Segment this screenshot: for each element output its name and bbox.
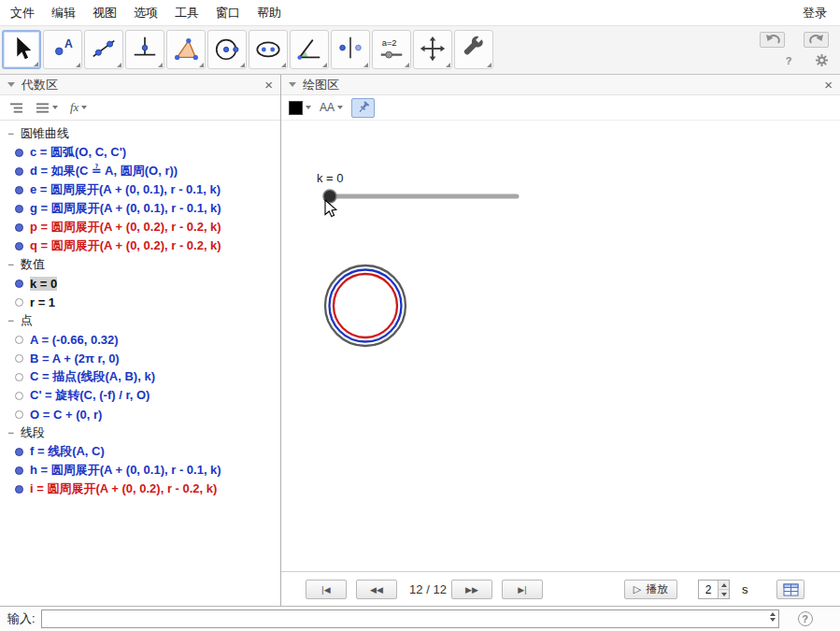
algebra-item[interactable]: O = C + (0, r): [0, 405, 280, 423]
visibility-dot[interactable]: [15, 298, 23, 307]
tool-move-view-button[interactable]: [413, 30, 452, 69]
visibility-dot[interactable]: [15, 410, 23, 419]
collapse-icon[interactable]: −: [7, 127, 15, 140]
menu-help[interactable]: 帮助: [249, 1, 290, 25]
algebra-item[interactable]: r = 1: [0, 293, 280, 311]
command-input[interactable]: [41, 609, 779, 628]
algebra-item[interactable]: A = (-0.66, 0.32): [0, 330, 280, 349]
settings-gear-icon[interactable]: [815, 53, 829, 67]
algebra-item[interactable]: q = 圆周展开(A + (0, 0.2), r - 0.2, k): [0, 237, 280, 255]
visibility-dot[interactable]: [15, 392, 23, 400]
spinner-up-button[interactable]: [719, 581, 729, 590]
tool-dropdown-icon[interactable]: [363, 63, 368, 67]
undo-button[interactable]: [760, 32, 785, 48]
panel-menu-triangle-icon[interactable]: [289, 82, 296, 87]
menu-view[interactable]: 视图: [84, 1, 125, 25]
tool-polygon-button[interactable]: [166, 30, 206, 69]
sort-objects-button[interactable]: [6, 99, 27, 117]
construction-protocol-button[interactable]: [776, 580, 804, 599]
algebra-item[interactable]: k = 0: [0, 274, 280, 293]
algebra-item[interactable]: p = 圆周展开(A + (0, 0.2), r - 0.2, k): [0, 218, 280, 237]
tool-slider-button[interactable]: a=2: [372, 30, 411, 69]
collapse-icon[interactable]: −: [7, 426, 15, 439]
text-style-button[interactable]: AA: [320, 101, 343, 114]
tool-dropdown-icon[interactable]: [117, 63, 121, 67]
input-help-button[interactable]: ?: [798, 611, 813, 626]
tool-dropdown-icon[interactable]: [405, 63, 409, 67]
collapse-icon[interactable]: −: [7, 314, 15, 327]
play-button[interactable]: ▷ 播放: [624, 580, 677, 599]
visibility-dot[interactable]: [15, 186, 23, 194]
tool-dropdown-icon[interactable]: [158, 63, 163, 67]
input-history-arrows[interactable]: [770, 612, 776, 622]
tool-dropdown-icon[interactable]: [199, 63, 204, 67]
algebra-group-segments[interactable]: −线段: [0, 423, 280, 442]
tool-dropdown-icon[interactable]: [34, 62, 38, 66]
help-icon[interactable]: ?: [781, 55, 796, 66]
tool-dropdown-icon[interactable]: [240, 63, 245, 67]
algebra-item[interactable]: h = 圆周展开(A + (0, 0.1), r - 0.1, k): [0, 461, 280, 480]
graphics-close-button[interactable]: ×: [824, 78, 833, 92]
algebra-close-button[interactable]: ×: [264, 78, 273, 92]
menu-options[interactable]: 选项: [125, 1, 166, 25]
tool-custom-tools-button[interactable]: [454, 30, 493, 69]
first-frame-button[interactable]: |◀: [306, 580, 347, 599]
algebra-item[interactable]: C' = 旋转(C, (-f) / r, O): [0, 386, 280, 405]
algebra-item[interactable]: d = 如果(C ≟ A, 圆周(O, r)): [0, 162, 280, 180]
tool-conic-button[interactable]: [249, 30, 288, 69]
menu-file[interactable]: 文件: [2, 1, 43, 25]
algebra-group-conics[interactable]: −圆锥曲线: [0, 124, 280, 143]
prev-frame-button[interactable]: ◀◀: [356, 580, 397, 599]
algebra-item[interactable]: e = 圆周展开(A + (0, 0.1), r - 0.1, k): [0, 180, 280, 199]
algebra-item[interactable]: c = 圆弧(O, C, C'): [0, 143, 280, 162]
tool-dropdown-icon[interactable]: [487, 63, 491, 67]
visibility-dot[interactable]: [15, 466, 23, 475]
algebra-item[interactable]: C = 描点(线段(A, B), k): [0, 367, 280, 386]
next-frame-button[interactable]: ▶▶: [451, 580, 492, 599]
algebra-group-points[interactable]: −点: [0, 311, 280, 330]
algebra-item[interactable]: f = 线段(A, C): [0, 442, 280, 461]
visibility-dot[interactable]: [15, 448, 23, 456]
tool-move-button[interactable]: [2, 30, 41, 69]
outer-gray-circle[interactable]: [325, 265, 406, 346]
algebra-group-numbers[interactable]: −数值: [0, 255, 280, 274]
visibility-dot[interactable]: [15, 242, 23, 251]
login-button[interactable]: 登录: [799, 1, 831, 25]
speed-spinner[interactable]: 2: [698, 580, 730, 599]
visibility-dot[interactable]: [15, 280, 23, 288]
visibility-dot[interactable]: [15, 485, 23, 494]
algebra-item[interactable]: g = 圆周展开(A + (0, 0.1), r - 0.1, k): [0, 199, 280, 218]
menu-tools[interactable]: 工具: [166, 1, 207, 25]
tool-dropdown-icon[interactable]: [76, 63, 80, 67]
tool-dropdown-icon[interactable]: [322, 63, 327, 67]
color-picker-button[interactable]: [289, 101, 311, 115]
graphics-canvas[interactable]: k = 0: [281, 121, 840, 571]
fx-display-button[interactable]: fx: [66, 97, 91, 118]
tool-line-button[interactable]: [84, 30, 123, 69]
blue-circle[interactable]: [330, 270, 402, 342]
panel-menu-triangle-icon[interactable]: [7, 82, 15, 87]
visibility-dot[interactable]: [15, 205, 23, 213]
menu-window[interactable]: 窗口: [207, 1, 249, 25]
collapse-icon[interactable]: −: [7, 258, 15, 271]
tool-circle-button[interactable]: [207, 30, 247, 69]
pin-to-screen-button[interactable]: [351, 98, 375, 118]
tool-angle-button[interactable]: [290, 30, 329, 69]
visibility-dot[interactable]: [15, 354, 23, 363]
visibility-dot[interactable]: [15, 336, 23, 344]
visibility-dot[interactable]: [15, 223, 23, 232]
algebra-item[interactable]: B = A + (2π r, 0): [0, 349, 280, 367]
redo-button[interactable]: [804, 32, 829, 48]
visibility-dot[interactable]: [15, 167, 23, 176]
tool-dropdown-icon[interactable]: [281, 63, 286, 67]
visibility-dot[interactable]: [15, 149, 23, 157]
tool-dropdown-icon[interactable]: [446, 63, 450, 67]
tool-perpendicular-button[interactable]: [125, 30, 164, 69]
red-circle[interactable]: [334, 274, 397, 337]
algebra-item[interactable]: i = 圆周展开(A + (0, 0.2), r - 0.2, k): [0, 480, 280, 498]
spinner-down-button[interactable]: [719, 590, 729, 598]
tool-reflect-button[interactable]: [331, 30, 370, 69]
menu-edit[interactable]: 编辑: [43, 1, 84, 25]
visibility-dot[interactable]: [15, 373, 23, 381]
last-frame-button[interactable]: ▶|: [502, 580, 543, 599]
